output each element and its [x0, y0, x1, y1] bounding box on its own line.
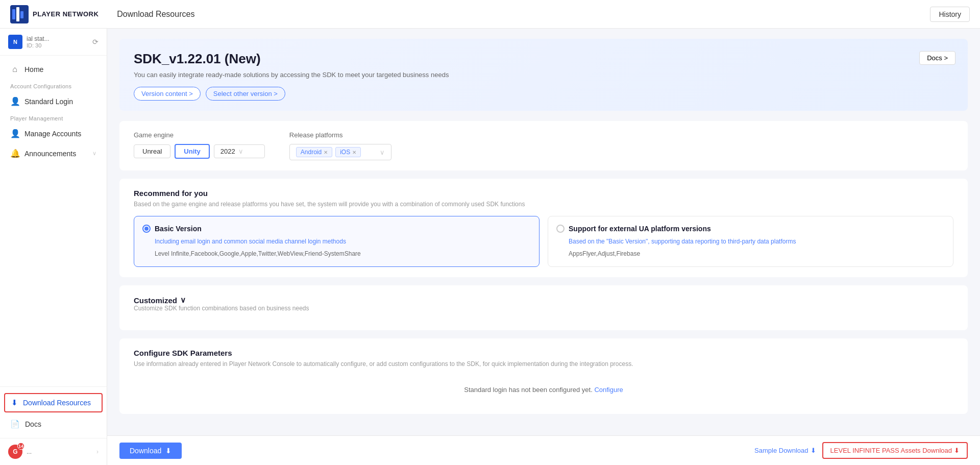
logo-text: PLAYER NETWORK: [33, 10, 99, 18]
sidebar: N ial stat... ID: 30 ⟳ ⌂ Home Account Co…: [0, 29, 107, 465]
logo-area: PLAYER NETWORK: [10, 5, 99, 23]
sidebar-item-download-resources[interactable]: ⬇ Download Resources: [4, 393, 103, 412]
card-ua-features: AppsFlyer,Adjust,Firebase: [569, 249, 945, 258]
layout: N ial stat... ID: 30 ⟳ ⌂ Home Account Co…: [0, 29, 980, 465]
customized-title-text: Customized: [134, 296, 177, 305]
chevron-down-icon: ∨: [380, 149, 385, 156]
sample-download-icon: ⬇: [811, 447, 816, 454]
logo-icon: [10, 5, 29, 23]
sidebar-item-announcements-label: Announcements: [24, 150, 76, 158]
card-basic-features: Level Infinite,Facebook,Google,Apple,Twi…: [155, 249, 531, 258]
topbar: PLAYER NETWORK Download Resources Histor…: [0, 0, 980, 29]
sidebar-item-docs-label: Docs: [25, 420, 41, 428]
engine-btn-unity[interactable]: Unity: [175, 144, 210, 159]
card-ua-content: Support for external UA platform version…: [569, 225, 945, 258]
recommend-card-ua[interactable]: Support for external UA platform version…: [548, 216, 953, 267]
sidebar-user: N ial stat... ID: 30 ⟳: [0, 29, 107, 56]
version-select[interactable]: 2022 ∨: [214, 144, 265, 158]
recommend-desc: Based on the game engine and release pla…: [134, 201, 953, 208]
bottom-right-buttons: Sample Download ⬇ LEVEL INFINITE PASS As…: [754, 442, 968, 459]
engine-group: Game engine Unreal Unity 2022 ∨: [134, 131, 265, 159]
chevron-down-icon: ∨: [92, 150, 96, 157]
sample-download-button[interactable]: Sample Download ⬇: [754, 447, 816, 454]
card-basic-title: Basic Version: [155, 225, 531, 233]
player-management-label: Player Management: [0, 111, 107, 124]
sidebar-nav: ⌂ Home Account Configurations 👤 Standard…: [0, 56, 107, 386]
topbar-left: PLAYER NETWORK Download Resources: [10, 5, 194, 23]
user-info: ial stat... ID: 30: [27, 35, 88, 48]
level-download-label: LEVEL INFINITE PASS Assets Download: [830, 447, 952, 454]
sdk-subtitle: You can easily integrate ready-made solu…: [134, 71, 953, 79]
configure-title: Configure SDK Parameters: [134, 349, 953, 357]
user-avatar-g: G 14: [8, 445, 22, 459]
bottom-bar: Download ⬇ Sample Download ⬇ LEVEL INFIN…: [107, 435, 980, 465]
refresh-icon[interactable]: ⟳: [92, 38, 99, 46]
android-remove-icon[interactable]: ✕: [324, 150, 328, 155]
download-label: Download: [130, 447, 161, 455]
configure-link[interactable]: Configure: [594, 386, 623, 394]
platform-tag-android: Android ✕: [296, 147, 332, 157]
sidebar-item-docs[interactable]: 📄 Docs: [0, 414, 107, 434]
sidebar-item-download-resources-label: Download Resources: [23, 399, 91, 407]
platform-group: Release platforms Android ✕ iOS ✕ ∨: [289, 131, 391, 160]
card-basic-desc: Including email login and common social …: [155, 237, 531, 246]
radio-basic[interactable]: [142, 225, 151, 233]
svg-rect-2: [16, 7, 19, 21]
card-ua-title: Support for external UA platform version…: [569, 225, 945, 233]
home-icon: ⌂: [10, 65, 19, 74]
download-icon: ⬇: [11, 398, 18, 407]
page-title: Download Resources: [117, 10, 194, 19]
history-button[interactable]: History: [930, 7, 970, 22]
user-name: ial stat...: [27, 35, 88, 42]
platform-tags: Android ✕ iOS ✕: [296, 147, 361, 157]
platform-select[interactable]: Android ✕ iOS ✕ ∨: [289, 144, 391, 160]
download-icon: ⬇: [165, 447, 172, 455]
manage-icon: 👤: [10, 129, 19, 138]
recommend-title: Recommend for you: [134, 189, 953, 198]
sdk-title: SDK_v1.22.01 (New): [134, 51, 953, 67]
download-button[interactable]: Download ⬇: [119, 443, 182, 459]
svg-rect-3: [20, 11, 23, 18]
sidebar-item-standard-login-label: Standard Login: [24, 97, 73, 106]
sidebar-item-manage-accounts[interactable]: 👤 Manage Accounts: [0, 124, 107, 143]
content-area: Docs > SDK_v1.22.01 (New) You can easily…: [107, 29, 980, 463]
customized-title[interactable]: Customized ∨: [134, 296, 953, 305]
sidebar-item-home-label: Home: [24, 65, 43, 74]
card-ua-desc: Based on the "Basic Version", supporting…: [569, 237, 945, 246]
configure-notice-text: Standard login has not been configured y…: [464, 386, 593, 394]
version-content-button[interactable]: Version content >: [134, 87, 201, 101]
platform-label: Release platforms: [289, 131, 391, 139]
engine-label: Game engine: [134, 131, 265, 139]
user-bottom-name: ...: [27, 448, 92, 455]
select-version-button[interactable]: Select other version >: [206, 87, 285, 101]
engine-row: Game engine Unreal Unity 2022 ∨ Release …: [134, 131, 953, 160]
sample-download-label: Sample Download: [754, 447, 808, 454]
docs-button[interactable]: Docs >: [919, 51, 955, 65]
sidebar-item-standard-login[interactable]: 👤 Standard Login: [0, 91, 107, 111]
card-basic-content: Basic Version Including email login and …: [155, 225, 531, 258]
user-id: ID: 30: [27, 42, 88, 48]
sidebar-bottom: ⬇ Download Resources 📄 Docs: [0, 386, 107, 438]
customized-desc: Customize SDK function combinations base…: [134, 305, 953, 312]
sidebar-item-manage-accounts-label: Manage Accounts: [24, 130, 81, 138]
level-download-button[interactable]: LEVEL INFINITE PASS Assets Download ⬇: [822, 442, 968, 459]
configure-section: Configure SDK Parameters Use information…: [119, 338, 968, 414]
recommend-cards: Basic Version Including email login and …: [134, 216, 953, 267]
customized-section: Customized ∨ Customize SDK function comb…: [119, 285, 968, 330]
recommend-card-basic[interactable]: Basic Version Including email login and …: [134, 216, 540, 267]
avatar: N: [8, 35, 22, 49]
engine-buttons: Unreal Unity 2022 ∨: [134, 144, 265, 159]
engine-btn-unreal[interactable]: Unreal: [134, 144, 170, 158]
sidebar-item-home[interactable]: ⌂ Home: [0, 60, 107, 79]
radio-ua[interactable]: [556, 225, 565, 233]
ios-remove-icon[interactable]: ✕: [352, 150, 356, 155]
sidebar-item-announcements[interactable]: 🔔 Announcements ∨: [0, 143, 107, 163]
account-config-label: Account Configurations: [0, 79, 107, 91]
sidebar-bottom-user[interactable]: G 14 ... ›: [0, 438, 107, 465]
chevron-down-icon: ∨: [180, 296, 186, 305]
sdk-buttons: Version content > Select other version >: [134, 87, 953, 101]
configure-notice: Standard login has not been configured y…: [134, 376, 953, 404]
engine-platform-section: Game engine Unreal Unity 2022 ∨ Release …: [119, 121, 968, 170]
notification-badge: 14: [17, 443, 24, 450]
arrow-right-icon: ›: [96, 448, 99, 455]
